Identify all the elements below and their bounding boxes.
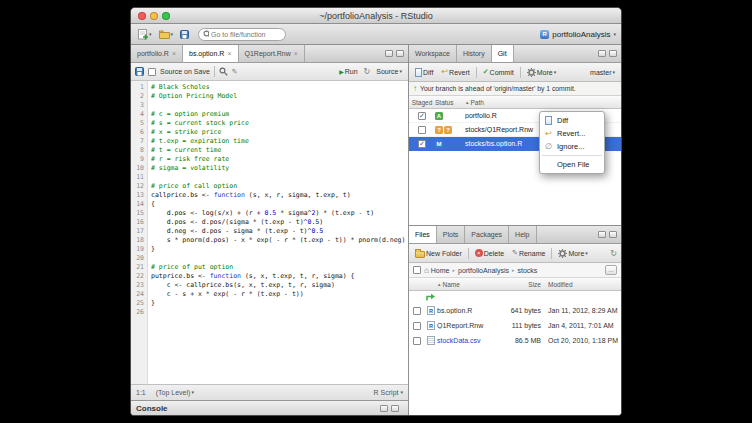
code-tools-icon[interactable]: ✎ bbox=[232, 68, 238, 76]
diff-button[interactable]: Diff bbox=[413, 65, 435, 80]
code-line bbox=[151, 254, 408, 263]
revert-button[interactable]: ↩ Revert bbox=[439, 65, 471, 80]
commit-button[interactable]: ✓ Commit bbox=[481, 65, 516, 80]
maximize-pane-icon[interactable] bbox=[391, 405, 399, 412]
file-name[interactable]: bs.option.R bbox=[437, 307, 497, 314]
select-all-checkbox[interactable] bbox=[413, 266, 421, 274]
goto-file-input[interactable] bbox=[211, 31, 281, 38]
diff-icon bbox=[415, 68, 422, 77]
window-titlebar[interactable]: ~/portfolioAnalysis - RStudio bbox=[131, 8, 621, 24]
menu-separator bbox=[542, 155, 602, 156]
scope-selector[interactable]: (Top Level) ▾ bbox=[154, 385, 196, 400]
file-checkbox[interactable] bbox=[413, 322, 421, 330]
file-type-selector[interactable]: R Script ▾ bbox=[374, 389, 403, 396]
zoom-window-button[interactable] bbox=[162, 12, 170, 20]
more-label: More bbox=[537, 69, 553, 76]
tab-help[interactable]: Help bbox=[509, 226, 536, 243]
new-folder-button[interactable]: New Folder bbox=[413, 246, 464, 261]
open-file-button[interactable]: ▾ bbox=[157, 27, 176, 42]
source-button[interactable]: Source ▾ bbox=[374, 64, 404, 79]
minimize-window-button[interactable] bbox=[150, 12, 158, 20]
file-checkbox[interactable] bbox=[413, 337, 421, 345]
refresh-icon[interactable]: ↻ bbox=[610, 249, 617, 258]
maximize-pane-icon[interactable] bbox=[609, 50, 617, 57]
files-breadcrumb: ⌂ Home▸portfolioAnalysis▸stocks ... bbox=[409, 263, 621, 278]
save-button[interactable] bbox=[178, 27, 191, 42]
editor-tab-bar: portfolio.R×bs.option.R×Q1Report.Rnw× bbox=[131, 45, 408, 63]
toolbar-separator bbox=[476, 67, 477, 78]
file-row-q1report-rnw[interactable]: RQ1Report.Rnw111 bytesJan 4, 2011, 7:01 … bbox=[409, 318, 621, 333]
files-more-button[interactable]: More ▾ bbox=[556, 246, 589, 261]
menu-item-diff[interactable]: Diff bbox=[540, 114, 604, 127]
menu-item-revert[interactable]: ↩Revert... bbox=[540, 127, 604, 140]
rename-button[interactable]: ✎ Rename bbox=[510, 246, 547, 261]
close-window-button[interactable] bbox=[138, 12, 146, 20]
staged-column-header[interactable]: Staged bbox=[409, 99, 435, 106]
file-row-stockdata-csv[interactable]: stockData.csv86.5 MBOct 20, 2010, 1:18 P… bbox=[409, 333, 621, 348]
path-column-header[interactable]: ▲ Path bbox=[465, 99, 621, 106]
parent-directory-row[interactable] bbox=[409, 291, 621, 303]
console-pane-header[interactable]: Console bbox=[131, 400, 408, 415]
status-column-header[interactable]: Status bbox=[435, 99, 465, 106]
tab-workspace[interactable]: Workspace bbox=[409, 45, 457, 62]
tab-label: Git bbox=[498, 50, 507, 57]
staged-checkbox[interactable] bbox=[418, 126, 426, 134]
editor-tab-portfolio-r[interactable]: portfolio.R× bbox=[131, 45, 183, 62]
staged-checkbox[interactable] bbox=[418, 112, 426, 120]
run-button[interactable]: ▶ Run bbox=[337, 64, 359, 79]
modified-column-header[interactable]: Modified bbox=[543, 281, 621, 288]
maximize-pane-icon[interactable] bbox=[396, 50, 404, 57]
editor-tab-q1report-rnw[interactable]: Q1Report.Rnw× bbox=[239, 45, 305, 62]
close-icon[interactable]: × bbox=[172, 50, 176, 57]
file-name[interactable]: Q1Report.Rnw bbox=[437, 322, 497, 329]
size-column-header[interactable]: Size bbox=[497, 281, 543, 288]
maximize-pane-icon[interactable] bbox=[609, 231, 617, 238]
tab-files[interactable]: Files bbox=[409, 226, 437, 243]
breadcrumb-home[interactable]: ⌂ Home bbox=[424, 266, 449, 275]
line-number: 20 bbox=[131, 254, 144, 263]
tab-plots[interactable]: Plots bbox=[437, 226, 466, 243]
tab-git[interactable]: Git bbox=[492, 45, 514, 62]
line-number: 24 bbox=[131, 290, 144, 299]
file-row-bs-option-r[interactable]: Rbs.option.R641 bytesJan 11, 2012, 8:29 … bbox=[409, 303, 621, 318]
breadcrumb-stocks[interactable]: stocks bbox=[517, 267, 537, 274]
close-icon[interactable]: × bbox=[294, 50, 298, 57]
line-number: 5 bbox=[131, 119, 144, 128]
more-button[interactable]: More ▾ bbox=[525, 65, 558, 80]
toolbar-separator bbox=[214, 66, 215, 77]
minimize-pane-icon[interactable] bbox=[380, 405, 388, 412]
code-content[interactable]: # Black Scholes# Option Pricing Model# c… bbox=[148, 81, 408, 384]
name-column-header[interactable]: ▲ Name bbox=[437, 281, 497, 288]
tab-history[interactable]: History bbox=[457, 45, 492, 62]
file-checkbox[interactable] bbox=[413, 307, 421, 315]
goto-file-box[interactable] bbox=[198, 28, 286, 41]
find-replace-icon[interactable] bbox=[219, 67, 228, 76]
minimize-pane-icon[interactable] bbox=[385, 50, 393, 57]
breadcrumb-portfolioanalysis[interactable]: portfolioAnalysis bbox=[458, 267, 509, 274]
window-title: ~/portfolioAnalysis - RStudio bbox=[131, 11, 621, 21]
minimize-pane-icon[interactable] bbox=[598, 50, 606, 57]
file-name[interactable]: stockData.csv bbox=[437, 337, 497, 344]
editor-tab-bs-option-r[interactable]: bs.option.R× bbox=[183, 45, 239, 62]
up-directory-icon[interactable] bbox=[425, 293, 437, 301]
project-selector[interactable]: R portfolioAnalysis ▾ bbox=[540, 30, 616, 39]
menu-item-ignore[interactable]: ∅Ignore... bbox=[540, 140, 604, 153]
code-editor[interactable]: 1234567891011121314151617181920212223242… bbox=[131, 81, 408, 384]
rerun-icon[interactable]: ↻ bbox=[364, 67, 371, 76]
file-modified: Jan 11, 2012, 8:29 AM bbox=[543, 307, 621, 314]
minimize-pane-icon[interactable] bbox=[598, 231, 606, 238]
file-icon-cell: R bbox=[425, 306, 437, 315]
menu-item-open-file[interactable]: Open File bbox=[540, 158, 604, 171]
breadcrumb-more-button[interactable]: ... bbox=[605, 265, 617, 275]
source-on-save-label: Source on Save bbox=[160, 68, 210, 75]
branch-selector[interactable]: master ▾ bbox=[588, 65, 617, 80]
new-file-button[interactable]: ▾ bbox=[136, 27, 154, 42]
toolbar-separator bbox=[551, 248, 552, 259]
revert-icon: ↩ bbox=[441, 68, 448, 76]
delete-button[interactable]: × Delete bbox=[473, 246, 506, 261]
source-on-save-checkbox[interactable] bbox=[148, 68, 156, 76]
staged-checkbox[interactable] bbox=[418, 140, 426, 148]
close-icon[interactable]: × bbox=[227, 50, 231, 57]
save-icon[interactable] bbox=[135, 67, 144, 76]
tab-packages[interactable]: Packages bbox=[465, 226, 509, 243]
